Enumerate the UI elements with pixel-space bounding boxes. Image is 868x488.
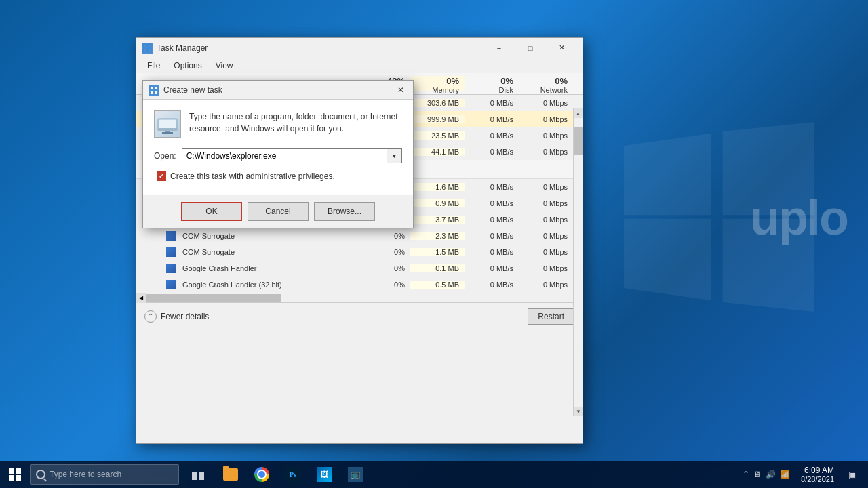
maximize-button[interactable]: □ [515, 38, 546, 58]
window-controls: − □ ✕ [484, 38, 577, 58]
disk-cell: 0 MB/s [465, 264, 519, 272]
options-menu[interactable]: Options [168, 60, 207, 72]
system-clock[interactable]: 6:09 AM 8/28/2021 [795, 466, 840, 483]
file-explorer-button[interactable] [216, 461, 245, 488]
fewer-details-label: Fewer details [161, 312, 209, 321]
disk-cell: 0 MB/s [465, 183, 519, 191]
process-name: COM Surrogate [182, 248, 235, 256]
system-tray: ⌃ 🖥 🔊 📶 6:09 AM 8/28/2021 ▣ [740, 461, 868, 488]
minimize-button[interactable]: − [484, 38, 515, 58]
scroll-down-arrow[interactable]: ▼ [574, 407, 583, 416]
dialog-icon [149, 85, 159, 96]
dialog-body: Type the name of a program, folder, docu… [143, 100, 413, 195]
chevron-up-icon[interactable]: ⌃ [743, 470, 749, 479]
dialog-close-button[interactable]: ✕ [394, 83, 408, 97]
svg-rect-2 [143, 49, 146, 52]
checkbox-inner: ✓ [158, 173, 165, 180]
search-bar[interactable]: Type here to search [30, 464, 179, 485]
network-cell: 0 Mbps [519, 99, 573, 107]
memory-column-header: 0% Memory [410, 76, 465, 92]
media-icon: 📺 [348, 467, 363, 482]
photoshop-icon: Ps [285, 467, 300, 482]
folder-icon [223, 468, 238, 481]
svg-rect-3 [148, 49, 151, 52]
network-cell: 0 Mbps [519, 281, 573, 289]
memory-cell: 0.9 MB [410, 199, 465, 207]
svg-rect-10 [158, 128, 177, 131]
task-view-button[interactable] [184, 461, 214, 488]
memory-cell: 1.5 MB [410, 248, 465, 256]
media-button[interactable]: 📺 [340, 461, 370, 488]
table-row[interactable]: COM Surrogate 0% 1.5 MB 0 MB/s 0 Mbps [136, 244, 583, 260]
volume-icon[interactable]: 🔊 [766, 470, 776, 479]
chrome-button[interactable] [247, 461, 277, 488]
memory-cell: 23.5 MB [410, 131, 465, 140]
create-task-dialog: Create new task ✕ Type the name of a pro… [142, 80, 414, 228]
task-manager-footer: ⌃ Fewer details Restart [136, 302, 583, 329]
horizontal-scrollbar[interactable]: ◀ ▶ [136, 293, 583, 302]
scroll-track[interactable] [146, 293, 573, 303]
file-menu[interactable]: File [142, 60, 165, 72]
open-input[interactable] [182, 149, 387, 163]
svg-rect-7 [155, 91, 157, 94]
network-cell: 0 Mbps [519, 148, 573, 156]
fewer-icon: ⌃ [144, 310, 157, 323]
disk-cell: 0 MB/s [465, 99, 519, 107]
cancel-button[interactable]: Cancel [248, 202, 309, 221]
cpu-cell: 0% [356, 281, 410, 289]
disk-cell: 0 MB/s [465, 232, 519, 240]
photoshop-button[interactable]: Ps [278, 461, 308, 488]
process-icon [166, 264, 176, 273]
ok-button[interactable]: OK [181, 202, 242, 221]
table-row[interactable]: COM Surrogate 0% 2.3 MB 0 MB/s 0 Mbps [136, 228, 583, 244]
process-icon [166, 231, 176, 241]
network-cell: 0 Mbps [519, 199, 573, 207]
restart-button[interactable]: Restart [528, 308, 574, 325]
view-menu[interactable]: View [210, 60, 239, 72]
process-name: COM Surrogate [182, 232, 235, 240]
memory-cell: 2.3 MB [410, 232, 465, 240]
svg-rect-1 [148, 44, 151, 47]
taskbar: Type here to search [0, 461, 868, 488]
browse-button[interactable]: Browse... [314, 202, 375, 221]
cpu-cell: 0% [356, 248, 410, 256]
menu-bar: File Options View [136, 58, 583, 73]
network-icon[interactable]: 🖥 [753, 470, 762, 479]
photos-button[interactable]: 🖼 [309, 461, 339, 488]
dialog-titlebar: Create new task ✕ [143, 81, 413, 100]
scroll-thumb[interactable] [146, 294, 281, 302]
svg-rect-12 [162, 132, 173, 134]
vertical-scrollbar[interactable]: ▲ ▼ [573, 108, 583, 416]
dialog-title-text: Create new task [163, 85, 222, 95]
fewer-details-button[interactable]: ⌃ Fewer details [144, 310, 209, 323]
dropdown-button[interactable]: ▼ [387, 149, 401, 163]
close-button[interactable]: ✕ [546, 38, 577, 58]
table-row[interactable]: Google Crash Handler (32 bit) 0% 0.5 MB … [136, 277, 583, 293]
network-column-header: 0% Network [519, 76, 573, 92]
tm-title-left: Task Manager [142, 43, 208, 54]
svg-rect-5 [155, 87, 157, 89]
task-manager-title: Task Manager [157, 43, 208, 53]
dialog-info-text: Type the name of a program, folder, docu… [189, 110, 398, 138]
table-row[interactable]: Google Crash Handler 0% 0.1 MB 0 MB/s 0 … [136, 260, 583, 277]
process-name: Google Crash Handler (32 bit) [182, 281, 282, 289]
scroll-left-arrow[interactable]: ◀ [136, 293, 146, 303]
task-manager-icon [142, 43, 153, 54]
scroll-up-arrow[interactable]: ▲ [574, 108, 583, 118]
disk-cell: 0 MB/s [465, 216, 519, 224]
taskbar-apps: Ps 🖼 📺 [184, 461, 370, 488]
start-button[interactable] [0, 461, 30, 488]
wifi-icon[interactable]: 📶 [780, 470, 790, 479]
disk-cell: 0 MB/s [465, 281, 519, 289]
dialog-info-icon [154, 110, 181, 138]
disk-cell: 0 MB/s [465, 148, 519, 156]
network-cell: 0 Mbps [519, 264, 573, 272]
open-label: Open: [154, 151, 176, 161]
svg-rect-4 [151, 87, 153, 89]
disk-column-header: 0% Disk [465, 76, 519, 92]
memory-cell: 0.5 MB [410, 281, 465, 289]
network-cell: 0 Mbps [519, 216, 573, 224]
notification-button[interactable]: ▣ [842, 461, 863, 488]
scroll-thumb-v[interactable] [574, 127, 583, 155]
admin-privileges-checkbox[interactable]: ✓ [157, 171, 166, 181]
